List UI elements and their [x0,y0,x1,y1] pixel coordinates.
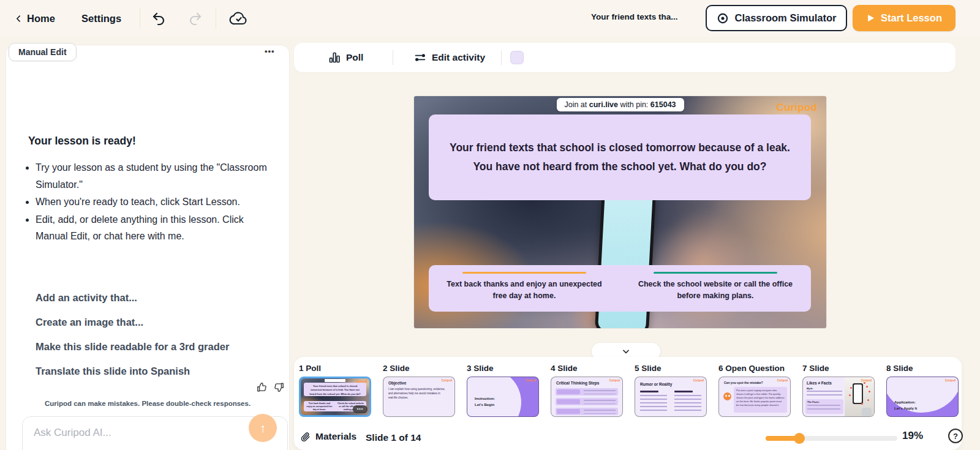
thumbnail-preview-instruction[interactable]: Curipod Instruction: Let's Begin [467,377,539,417]
thumbnail-preview-poll[interactable]: Curipod Your friend texts that school is… [299,377,371,417]
curipod-editor: Home Settings Your friend texts tha... C… [0,0,980,450]
mini-option-1: Text back thanks and enjoy an unexpected… [304,401,335,411]
mini-title: Instruction: Let's Begin [475,396,495,408]
suggestion-readability[interactable]: Make this slide readable for a 3rd grade… [36,341,229,353]
thumbnail-label: 8 Slide [886,364,959,373]
start-lesson-button[interactable]: Start Lesson [853,5,956,31]
chat-more-button[interactable]: ••• [265,47,275,56]
feedback-buttons [256,381,285,393]
thumbnail-preview-application[interactable]: Curipod Application: Let's Apply It [886,377,959,417]
text-line-placeholder [674,395,701,411]
zoom-slider[interactable] [766,436,897,441]
mini-curipod-logo: Curipod [693,379,704,382]
text-line-placeholder [584,400,616,404]
divider [216,8,216,29]
mini-title: Likes ≠ Facts [807,381,832,385]
mini-body: Pat sees a post saying everyone who shar… [734,387,787,413]
suggestion-create-image[interactable]: Create an image that... [36,317,229,328]
mini-step-chip [557,409,580,414]
slide-thumbnail-6[interactable]: 6 Open Question Curipod Can you spot the… [718,364,791,417]
text-line-placeholder [584,410,616,414]
back-chevron-icon [15,15,23,23]
poll-question-box[interactable]: Your friend texts that school is closed … [429,114,811,200]
suggestion-translate[interactable]: Translate this slide into Spanish [36,366,229,377]
saved-status-button[interactable] [228,10,250,28]
thumbnail-preview-objective[interactable]: Curipod Objective I can explain how usin… [383,377,455,417]
poll-question-text: Your friend texts that school is closed … [447,138,793,176]
slide-thumbnail-3[interactable]: 3 Slide Curipod Instruction: Let's Begin [467,364,539,417]
play-icon [866,13,875,23]
undo-icon [151,12,166,26]
edit-activity-button[interactable]: Edit activity [414,43,485,72]
slide-thumbnail-1[interactable]: 1 Poll Curipod Your friend texts that sc… [299,364,371,417]
chat-bullet: Edit, add, or delete anything in this le… [36,211,276,245]
mini-facts-box: The Facts: [805,399,843,414]
mini-curipod-logo: Curipod [861,379,872,382]
text-line-placeholder [640,391,658,392]
materials-button[interactable]: Materials [300,431,356,442]
mini-step-chip [557,399,580,404]
mini-jar [862,408,872,416]
join-prefix: Join at [564,100,589,109]
undo-button[interactable] [149,10,168,28]
redo-button[interactable] [186,10,205,28]
suggestion-list: Add an activity that... Create an image … [36,292,229,377]
thumbnail-more-button[interactable]: ••• [353,405,368,413]
thumbnail-label: 5 Slide [635,364,707,373]
join-pin-banner: Join at curi.live with pin: 615043 [556,98,684,111]
zoom-slider-handle[interactable] [794,433,805,444]
settings-button[interactable]: Settings [81,0,121,37]
poll-type-button[interactable]: Poll [328,43,363,72]
mini-photo [845,377,874,417]
chat-input-container [22,416,288,450]
up-arrow-icon: ↑ [260,421,266,435]
lesson-title: Your friend texts tha... [591,12,690,21]
text-line-placeholder [807,391,842,398]
manual-edit-tab[interactable]: Manual Edit [9,43,77,61]
activity-toolbar: Poll Edit activity [294,43,956,72]
start-lesson-label: Start Lesson [881,12,942,24]
thumbnail-preview-open-question[interactable]: Curipod Can you spot the mistake? Pat se… [718,377,791,417]
mini-title: Objective [388,381,406,385]
help-button[interactable]: ? [948,429,963,443]
thumbnail-preview-rumor-reality[interactable]: Curipod Rumor or Reality [635,377,707,417]
slide-canvas[interactable]: Join at curi.live with pin: 615043 Curip… [414,96,826,328]
thumbnail-label: 1 Poll [299,364,371,373]
slide-thumbnail-8[interactable]: 8 Slide Curipod Application: Let's Apply… [886,364,959,417]
divider [501,50,502,65]
slide-thumbnail-4[interactable]: 4 Slide Curipod Critical Thinking Steps [551,364,623,417]
cloud-check-icon [229,10,249,28]
suggestion-add-activity[interactable]: Add an activity that... [36,292,229,304]
thumbnail-preview-critical-thinking[interactable]: Curipod Critical Thinking Steps [551,377,623,417]
poll-options-box[interactable]: Text back thanks and enjoy an unexpected… [429,265,811,312]
thumbnail-preview-likes-facts[interactable]: Curipod Likes ≠ Facts Myth: The Facts: [802,377,875,417]
ask-curipod-input[interactable] [23,417,287,450]
theme-color-swatch[interactable] [510,51,524,64]
filmstrip-items: 1 Poll Curipod Your friend texts that sc… [299,364,962,417]
classroom-simulator-button[interactable]: Classroom Simulator [706,5,847,31]
settings-label: Settings [81,13,121,24]
send-message-button[interactable]: ↑ [249,414,277,442]
slide-thumbnail-5[interactable]: 5 Slide Curipod Rumor or Reality [635,364,707,417]
mini-title: Can you spot the mistake? [724,381,763,384]
mini-subhead: Myth: [807,387,813,390]
classroom-simulator-label: Classroom Simulator [735,12,837,24]
poll-option-2[interactable]: Check the school website or call the off… [620,265,811,312]
chat-bullet: When you're ready to teach, click Start … [36,193,276,211]
slide-thumbnail-7[interactable]: 7 Slide Curipod Likes ≠ Facts Myth: The … [802,364,875,417]
join-mid: with pin: [618,100,650,109]
poll-option-1[interactable]: Text back thanks and enjoy an unexpected… [429,265,620,312]
text-line-placeholder [674,391,693,392]
mini-list-row [556,408,618,415]
slide-thumbnail-2[interactable]: 2 Slide Curipod Objective I can explain … [383,364,455,417]
poll-label: Poll [346,52,363,63]
divider [140,8,140,29]
thumbs-up-button[interactable] [256,381,268,393]
text-line-placeholder [807,405,840,411]
home-button[interactable]: Home [15,0,55,37]
join-pin: 615043 [650,100,676,109]
mini-question: Your friend texts that school is closed … [304,383,366,396]
thumbs-down-button[interactable] [273,381,285,393]
mini-curipod-logo: Curipod [442,379,452,382]
slide-counter: Slide 1 of 14 [366,432,421,443]
